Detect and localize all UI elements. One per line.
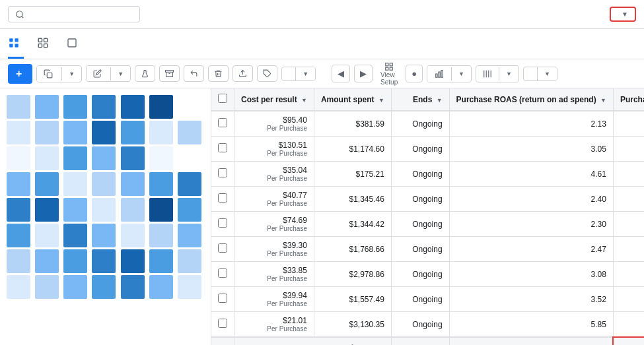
- row-checkbox[interactable]: [218, 143, 227, 152]
- delete-btn[interactable]: [208, 65, 229, 82]
- columns-icon: [483, 69, 492, 78]
- create-button[interactable]: +: [8, 64, 32, 84]
- footer-label-cell: Results from 553 campaigns ℹ Total: [234, 337, 392, 345]
- row-checkbox-cell: [211, 111, 234, 137]
- prev-page-btn[interactable]: ◀: [332, 65, 350, 82]
- rules-btn[interactable]: [282, 71, 295, 77]
- undo-btn[interactable]: [184, 65, 204, 82]
- select-all-checkbox[interactable]: [218, 94, 227, 103]
- search-input[interactable]: [28, 9, 127, 19]
- reports-btn[interactable]: [524, 71, 537, 77]
- campaigns-icon: [8, 37, 20, 49]
- view-setup-btn[interactable]: ViewSetup: [376, 61, 402, 87]
- pixel-cell: [7, 146, 30, 170]
- export-btn[interactable]: [233, 65, 253, 82]
- row-checkbox[interactable]: [218, 319, 227, 328]
- pixel-cell: [149, 224, 173, 247]
- footer-roas-cell: 2.49 Average: [613, 337, 644, 345]
- pixel-cell: [35, 95, 59, 119]
- tab-ads[interactable]: [66, 29, 82, 59]
- svg-rect-9: [44, 44, 48, 47]
- svg-rect-18: [386, 67, 388, 70]
- circle-btn[interactable]: ●: [406, 65, 423, 82]
- svg-rect-4: [9, 44, 13, 47]
- rules-dropdown[interactable]: ▼: [295, 67, 315, 80]
- search-icon: [15, 10, 24, 19]
- col-ends[interactable]: Ends ▼: [391, 88, 449, 111]
- chevron-down-icon3: ▼: [303, 71, 308, 77]
- pixel-cell: [121, 146, 145, 170]
- tag-btn[interactable]: [257, 65, 277, 82]
- columns-btn[interactable]: [476, 66, 499, 82]
- cost-cell: $74.69Per Purchase: [234, 212, 314, 237]
- purchases-cell: 55: [613, 287, 644, 312]
- search-box[interactable]: [8, 6, 140, 22]
- svg-rect-2: [9, 38, 13, 42]
- row-checkbox[interactable]: [218, 193, 227, 203]
- archive-btn[interactable]: [159, 65, 180, 82]
- flask-btn[interactable]: [135, 65, 155, 82]
- roas-cell: 3.52: [449, 287, 613, 312]
- pixel-cell: [149, 121, 173, 144]
- columns-dropdown[interactable]: ▼: [499, 67, 519, 80]
- duplicate-icon-btn[interactable]: [37, 66, 61, 82]
- rules-group: ▼: [281, 67, 316, 81]
- col-purchases[interactable]: Purchases ▼: [613, 88, 644, 111]
- table-row: $33.85Per Purchase $2,978.86 Ongoing 3.0…: [211, 262, 644, 287]
- row-checkbox[interactable]: [218, 294, 227, 303]
- table-row: $40.77Per Purchase $1,345.46 Ongoing 2.4…: [211, 187, 644, 212]
- pixel-cell: [63, 172, 87, 196]
- pixel-cell: [35, 249, 59, 273]
- svg-rect-19: [390, 67, 392, 70]
- edit-btn[interactable]: [87, 66, 110, 81]
- chart-dropdown[interactable]: ▼: [451, 67, 471, 80]
- row-checkbox-cell: [211, 262, 234, 287]
- bar-chart-btn[interactable]: [427, 66, 451, 82]
- pixel-cell: [7, 224, 30, 247]
- purchases-cell: 16: [613, 137, 644, 162]
- col-checkbox: [211, 88, 234, 111]
- row-checkbox[interactable]: [218, 168, 227, 177]
- row-checkbox-cell: [211, 137, 234, 162]
- amount-cell: $1,768.66: [314, 237, 391, 262]
- svg-point-0: [17, 11, 22, 16]
- svg-rect-6: [38, 38, 42, 42]
- plus-icon: +: [16, 68, 22, 80]
- ends-cell: Ongoing: [391, 212, 449, 237]
- table-row: $21.01Per Purchase $3,130.35 Ongoing 5.8…: [211, 312, 644, 338]
- ends-cell: Ongoing: [391, 137, 449, 162]
- row-checkbox[interactable]: [218, 243, 227, 253]
- row-checkbox[interactable]: [218, 218, 227, 228]
- amount-cell: $175.21: [314, 162, 391, 187]
- chevron-down-icon: ▼: [622, 11, 628, 18]
- pixel-cell: [63, 249, 87, 273]
- table-row: $95.40Per Purchase $381.59 Ongoing 2.13 …: [211, 111, 644, 137]
- svg-rect-8: [38, 44, 42, 47]
- purchases-cell: 142: [613, 262, 644, 287]
- pencil-icon: [93, 69, 102, 78]
- tab-adsets[interactable]: [37, 29, 53, 59]
- roas-cell: 2.13: [449, 111, 613, 137]
- chevron-down-icon: ▼: [69, 71, 75, 77]
- col-roas[interactable]: Purchase ROAS (return on ad spend) ▼: [449, 88, 613, 111]
- pixel-cell: [149, 172, 173, 196]
- pixel-cell: [149, 198, 173, 222]
- grid-icon: [384, 62, 394, 71]
- pixel-cell: [7, 249, 30, 273]
- pixel-cell: [178, 224, 201, 247]
- row-checkbox[interactable]: [218, 118, 227, 127]
- edit-dropdown[interactable]: ▼: [110, 67, 130, 80]
- pixel-cell: [149, 275, 173, 299]
- col-amount[interactable]: Amount spent ▼: [314, 88, 391, 111]
- pixel-cell: [149, 146, 173, 170]
- ends-cell: Ongoing: [391, 187, 449, 212]
- tab-campaigns[interactable]: [8, 29, 24, 59]
- col-cost[interactable]: Cost per result ▼: [234, 88, 314, 111]
- date-range-button[interactable]: ▼: [610, 7, 636, 22]
- pixel-cell: [35, 172, 59, 196]
- pixel-cell: [121, 249, 145, 273]
- next-page-btn[interactable]: ▶: [354, 65, 373, 82]
- duplicate-dropdown[interactable]: ▼: [61, 67, 81, 80]
- row-checkbox[interactable]: [218, 268, 227, 278]
- reports-dropdown[interactable]: ▼: [537, 67, 557, 80]
